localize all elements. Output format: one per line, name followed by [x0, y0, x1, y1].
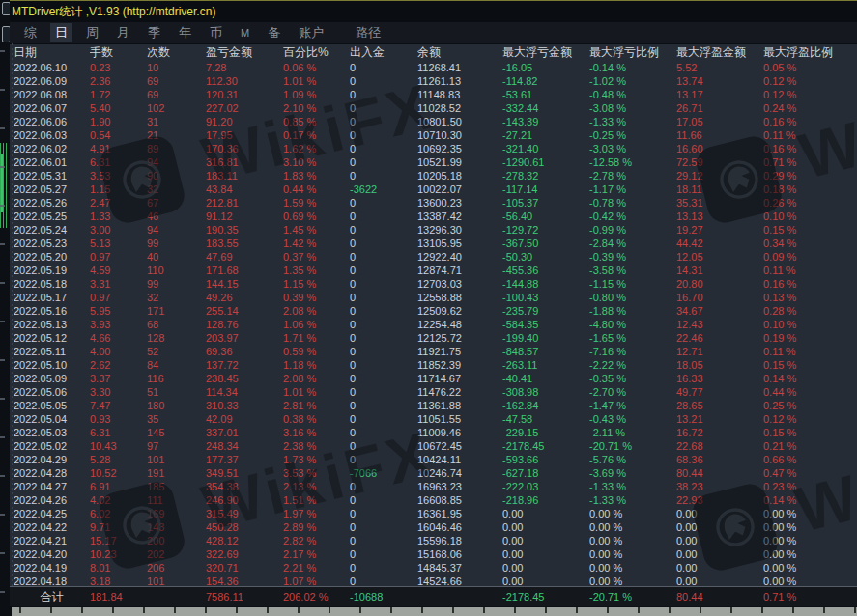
table-row[interactable]: 2022.04.264.02111246.901.51 %016608.85-2…: [10, 493, 857, 507]
table-row[interactable]: 2022.05.170.973249.260.39 %012558.88-100…: [10, 291, 857, 304]
table-body: 2022.06.100.23107.280.06 %011268.41-16.0…: [10, 61, 857, 588]
header-cell-2: 次数: [147, 43, 206, 61]
table-cell: 101: [147, 453, 206, 466]
table-row[interactable]: 2022.05.133.9368128.761.06 %012254.48-58…: [10, 318, 857, 331]
table-row[interactable]: 2022.04.2115.17200428.122.82 %015596.180…: [10, 534, 857, 547]
table-cell: 0: [350, 277, 417, 291]
table-row[interactable]: 2022.05.200.974047.690.37 %012922.40-50.…: [10, 250, 857, 264]
table-cell: 0.16 %: [763, 277, 857, 291]
table-row[interactable]: 2022.04.256.02169315.491.97 %016361.950.…: [10, 507, 857, 520]
table-row[interactable]: 2022.06.081.7269120.311.09 %011148.83-53…: [10, 88, 857, 101]
table-cell: 0.97: [90, 250, 147, 264]
table-cell: 2.62: [90, 358, 147, 372]
table-cell: 190.35: [206, 223, 283, 237]
table-cell: 0: [350, 291, 417, 304]
table-row[interactable]: 2022.05.235.1399183.551.42 %013105.95-36…: [10, 237, 857, 250]
table-cell: -1.17 %: [589, 182, 676, 196]
table-cell: 0.37 %: [283, 250, 350, 264]
table-cell: 5.40: [90, 101, 147, 115]
menu-item-M[interactable]: M: [236, 26, 254, 40]
table-cell: 11921.75: [417, 345, 502, 358]
table-row[interactable]: 2022.04.276.91185354.382.13 %016963.23-2…: [10, 480, 857, 493]
table-row[interactable]: 2022.05.165.95171255.142.08 %012509.62-2…: [10, 304, 857, 318]
table-row[interactable]: 2022.06.016.3194316.813.10 %010521.99-12…: [10, 155, 857, 169]
table-cell: 0: [350, 358, 417, 372]
table-cell: 0.15 %: [763, 358, 857, 372]
menu-item-季[interactable]: 季: [143, 23, 165, 42]
table-row[interactable]: 2022.05.243.0094190.351.45 %013296.30-12…: [10, 223, 857, 237]
table-row[interactable]: 2022.06.024.9189170.361.62 %010692.35-32…: [10, 142, 857, 155]
table-row[interactable]: 2022.04.2010.23202322.692.17 %015168.060…: [10, 547, 857, 561]
table-cell: 0.28 %: [763, 304, 857, 318]
table-cell: 0: [350, 331, 417, 345]
table-cell: 0.06 %: [283, 61, 350, 74]
table-row[interactable]: 2022.05.271.153243.840.44 %-362210022.07…: [10, 182, 857, 196]
table-row[interactable]: 2022.04.229.71143450.282.89 %016046.460.…: [10, 520, 857, 534]
table-row[interactable]: 2022.05.194.59110171.681.35 %012874.71-4…: [10, 264, 857, 277]
menu-item-备[interactable]: 备: [263, 23, 285, 42]
menu-item-综[interactable]: 综: [19, 23, 42, 42]
table-row[interactable]: 2022.06.061.903191.200.85 %010801.50-143…: [10, 115, 857, 128]
table-row[interactable]: 2022.06.030.542117.950.17 %010710.30-27.…: [10, 128, 857, 142]
table-row[interactable]: 2022.05.102.6284137.721.18 %011852.39-26…: [10, 358, 857, 372]
table-row[interactable]: 2022.05.093.37116238.452.08 %011714.67-4…: [10, 372, 857, 385]
table-cell: 0.00 %: [589, 534, 676, 547]
menu-item-月[interactable]: 月: [112, 23, 134, 42]
table-row[interactable]: 2022.05.063.3051114.341.01 %011476.22-30…: [10, 385, 857, 399]
table-row[interactable]: 2022.06.092.3669112.301.01 %011261.13-11…: [10, 74, 857, 88]
table-cell: 3.53 %: [283, 466, 350, 480]
table-cell: 3.37: [90, 372, 147, 385]
table-cell: 2.13 %: [283, 480, 350, 493]
table-row[interactable]: 2022.04.198.01206320.712.21 %014845.370.…: [10, 561, 857, 574]
table-row[interactable]: 2022.06.100.23107.280.06 %011268.41-16.0…: [10, 61, 857, 74]
menu-item-周[interactable]: 周: [81, 23, 103, 42]
table-row[interactable]: 2022.05.036.31145337.013.16 %011009.46-2…: [10, 426, 857, 439]
table-row[interactable]: 2022.05.313.5390183.111.83 %010205.18-27…: [10, 169, 857, 182]
table-row[interactable]: 2022.05.114.005269.360.59 %011921.75-848…: [10, 345, 857, 358]
table-cell: 1.15 %: [283, 277, 350, 291]
table-cell: -627.18: [502, 466, 589, 480]
table-row[interactable]: 2022.05.251.334691.120.69 %013387.42-56.…: [10, 210, 857, 223]
table-row[interactable]: 2022.05.040.933542.090.38 %011051.55-47.…: [10, 412, 857, 426]
table-cell: 28.65: [676, 399, 763, 412]
table-cell: 1.73 %: [283, 453, 350, 466]
table-cell: 143: [147, 520, 206, 534]
menu-item-币[interactable]: 币: [205, 23, 227, 42]
table-row[interactable]: 2022.05.057.47180310.332.81 %011361.88-1…: [10, 399, 857, 412]
table-cell: 0.12 %: [763, 74, 857, 88]
table-cell: 200: [147, 534, 206, 547]
table-cell: 2022.05.18: [14, 277, 90, 291]
table-row[interactable]: 2022.04.295.28101177.371.73 %010424.11-5…: [10, 453, 857, 466]
table-cell: -0.80 %: [589, 291, 676, 304]
table-cell: 0.25 %: [763, 399, 857, 412]
table-cell: 227.02: [206, 101, 283, 115]
table-row[interactable]: 2022.05.183.3199144.151.15 %012703.03-14…: [10, 277, 857, 291]
table-cell: 11148.83: [417, 88, 502, 101]
table-cell: 49.77: [676, 385, 763, 399]
menu-item-账户[interactable]: 账户: [294, 23, 329, 42]
header-cell-10: 最大浮盈比例: [763, 43, 857, 61]
table-cell: 15.17: [90, 534, 147, 547]
header-cell-7: 最大浮亏金额: [502, 43, 589, 61]
header-cell-9: 最大浮盈金额: [676, 43, 763, 61]
table-cell: 4.59: [90, 264, 147, 277]
table-cell: 2022.04.25: [14, 507, 90, 520]
table-cell: 6.31: [90, 155, 147, 169]
table-row[interactable]: 2022.05.262.4767212.811.59 %013600.23-10…: [10, 196, 857, 210]
table-cell: 0.54: [90, 128, 147, 142]
table-cell: 0.69 %: [283, 210, 350, 223]
table-cell: 0.26 %: [763, 196, 857, 210]
table-row[interactable]: 2022.06.075.40102227.022.10 %011028.52-3…: [10, 101, 857, 115]
title-bar[interactable]: MTDriver统计 ,V1.93 (http://mtdriver.cn): [10, 1, 857, 22]
table-cell: 12254.48: [417, 318, 502, 331]
table-cell: 3.31: [90, 277, 147, 291]
table-row[interactable]: 2022.05.124.66128203.971.71 %012125.72-1…: [10, 331, 857, 345]
table-cell: 116: [147, 372, 206, 385]
menu-item-年[interactable]: 年: [174, 23, 196, 42]
table-cell: 0: [350, 399, 417, 412]
menu-item-日[interactable]: 日: [50, 23, 72, 42]
table-row[interactable]: 2022.04.2810.52191349.513.53 %-706610246…: [10, 466, 857, 480]
table-row[interactable]: 2022.05.0210.4397248.342.38 %010672.45-2…: [10, 439, 857, 453]
menu-item-路径[interactable]: 路径: [351, 23, 386, 42]
table-cell: 32: [147, 182, 206, 196]
